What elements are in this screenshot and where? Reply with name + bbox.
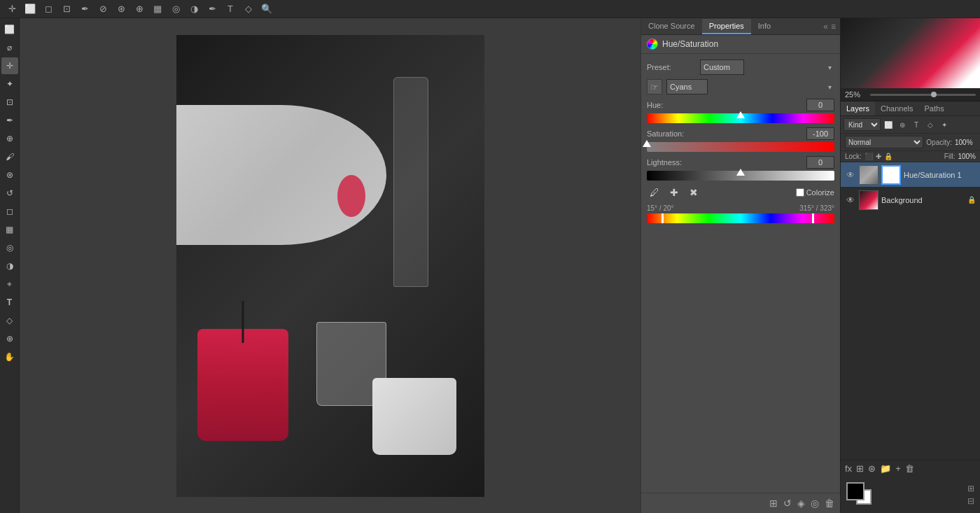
panel-menu-icon[interactable]: ≡ [831,22,836,31]
eyedropper-add-btn[interactable]: ✚ [666,185,682,200]
hue-slider-thumb[interactable] [736,111,745,118]
shape-filter-btn[interactable]: ◇ [924,118,937,131]
lock-pixels-btn[interactable]: ⬛ [864,153,873,160]
saturation-slider-thumb[interactable] [643,140,651,147]
rainbow-bar[interactable] [647,213,834,223]
tool-hand[interactable]: ✋ [1,349,18,365]
shape-btn[interactable]: ◇ [241,1,256,17]
type-btn[interactable]: T [223,1,238,17]
saturation-value-input[interactable] [806,127,834,140]
zoom-slider-thumb[interactable] [931,92,937,97]
add-fx-btn[interactable]: fx [845,463,852,474]
colorize-checkbox[interactable] [796,188,804,197]
tool-gradient[interactable]: ▦ [1,221,18,238]
channels-tab[interactable]: Channels [875,101,918,115]
tool-spot-heal[interactable]: ⊕ [1,130,18,147]
heal-btn[interactable]: ⊕ [132,1,147,17]
zoom-value: 25% [845,90,867,99]
new-layer-btn[interactable]: + [895,463,901,474]
tool-eyedropper[interactable]: ✒ [1,112,18,129]
shirt-arm [176,105,386,245]
crop-btn[interactable]: ⊡ [59,1,74,17]
channel-select[interactable]: Master Reds Cyans Blues Greens Yellows M… [666,79,708,94]
gradient-btn[interactable]: ▦ [150,1,165,17]
eyedropper-remove-btn[interactable]: ✖ [686,185,701,200]
pixel-filter-btn[interactable]: ⬜ [882,118,895,131]
preset-select[interactable]: Custom Default Cyanotype [700,59,744,75]
layer-thumb-2 [859,190,878,210]
dodge-btn[interactable]: ◑ [186,1,202,17]
layers-tabs: Layers Channels Paths [841,101,980,116]
colorize-label: Colorize [806,188,834,197]
zoom-btn[interactable]: 🔍 [259,1,274,17]
adjustment-filter-btn[interactable]: ⊛ [896,118,909,131]
tool-magic-wand[interactable]: ✦ [1,76,18,92]
red-drink [197,329,288,441]
saturation-slider-track[interactable] [647,142,834,152]
add-group-btn[interactable]: 📁 [880,463,891,474]
move-tool-btn[interactable]: ✛ [4,1,20,17]
add-mask-btn[interactable]: ⊞ [856,463,864,474]
layer-background[interactable]: 👁 Background 🔒 [841,188,980,213]
zoom-slider[interactable] [870,94,976,96]
pen-btn[interactable]: ✒ [204,1,220,17]
tool-pen[interactable]: ⌖ [1,276,18,293]
layer-hue-saturation[interactable]: 👁 Hue/Saturation 1 [841,162,980,188]
collapse-btn[interactable]: ⊟ [967,496,974,506]
channel-select-wrapper: Master Reds Cyans Blues Greens Yellows M… [666,79,834,94]
tool-blur[interactable]: ◎ [1,239,18,256]
lasso-btn[interactable]: ◻ [41,1,56,17]
clip-icon[interactable]: ◈ [797,498,805,509]
blur-btn[interactable]: ◎ [168,1,183,17]
tool-history-brush[interactable]: ↺ [1,185,18,202]
add-adjustment-btn[interactable]: ⊛ [868,463,876,474]
delete-layer-btn[interactable]: 🗑 [905,463,914,474]
canvas-image[interactable] [176,35,484,497]
type-filter-btn[interactable]: T [910,118,923,131]
lightness-slider-thumb[interactable] [736,169,745,176]
expand-btn[interactable]: ⊞ [967,484,974,493]
mask-icon[interactable]: ⊞ [769,498,778,509]
tool-type[interactable]: T [1,294,18,311]
layers-kind-select[interactable]: Kind Name Effect [844,118,881,131]
properties-tab[interactable]: Properties [702,19,751,34]
brush-btn[interactable]: ⊘ [95,1,111,17]
hue-slider-track[interactable] [647,113,834,123]
layer-vis-eye-2[interactable]: 👁 [845,195,856,206]
visibility-icon[interactable]: ◎ [811,498,819,509]
hue-value-input[interactable] [806,99,834,111]
tool-brush[interactable]: 🖌 [1,148,18,165]
clone-btn[interactable]: ⊛ [113,1,129,17]
blend-mode-select[interactable]: Normal Multiply Screen Overlay [845,136,923,148]
eyedropper-sample-btn[interactable]: 🖊 [647,185,662,200]
tool-clone[interactable]: ⊛ [1,167,18,183]
tool-lasso[interactable]: ⌀ [1,39,18,56]
eyedropper-btn[interactable]: ✒ [77,1,92,17]
delete-icon[interactable]: 🗑 [825,498,834,509]
layers-tab[interactable]: Layers [841,101,875,115]
marquee-btn[interactable]: ⬜ [22,1,38,17]
panel-collapse-icon[interactable]: « [823,22,828,31]
tool-shape[interactable]: ◇ [1,312,18,329]
lightness-value-input[interactable] [806,156,834,169]
layers-lock-row: Lock: ⬛ ✚ 🔒 Fill: 100% [841,151,980,162]
hand-drag-btn[interactable]: ☞ [647,79,662,94]
lock-all-btn[interactable]: 🔒 [884,153,892,160]
lock-position-btn[interactable]: ✚ [876,153,881,160]
paths-tab[interactable]: Paths [919,101,950,115]
smart-filter-btn[interactable]: ✦ [938,118,951,131]
tool-crop[interactable]: ⊡ [1,94,18,111]
layer-vis-eye-1[interactable]: 👁 [845,169,856,181]
clone-source-tab[interactable]: Clone Source [641,19,702,34]
tool-marquee[interactable]: ⬜ [1,21,18,38]
tool-move[interactable]: ✛ [1,57,18,74]
lightness-slider-track[interactable] [647,171,834,181]
tool-eraser[interactable]: ◻ [1,203,18,220]
info-tab[interactable]: Info [751,19,778,34]
tool-zoom[interactable]: ⊕ [1,330,18,347]
range-labels: 15° / 20° 315° / 323° [647,204,834,212]
reset-icon[interactable]: ↺ [783,498,792,509]
tool-dodge[interactable]: ◑ [1,258,18,274]
foreground-color-swatch[interactable] [846,482,864,500]
photo-background [176,35,484,497]
